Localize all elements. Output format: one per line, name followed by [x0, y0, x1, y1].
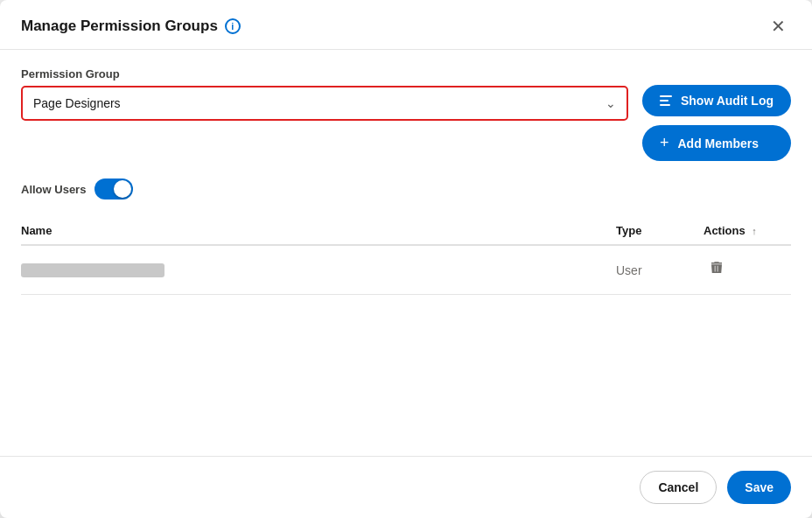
allow-users-row: Allow Users: [21, 178, 791, 200]
plus-icon: +: [660, 134, 669, 152]
table-header: Name Type Actions ↑: [21, 217, 791, 245]
member-name: REDACTED USER NAME: [21, 263, 164, 277]
modal-title: Manage Permission Groups: [21, 18, 218, 35]
allow-users-toggle[interactable]: [94, 178, 133, 200]
permission-group-select-wrapper: Page Designers Administrators Editors Vi…: [21, 86, 628, 121]
delete-member-button[interactable]: [704, 258, 730, 282]
cancel-button[interactable]: Cancel: [640, 471, 717, 504]
form-section: Permission Group Page Designers Administ…: [21, 67, 791, 161]
members-table: Name Type Actions ↑ REDACTED USER NAME: [21, 217, 791, 295]
modal-body: Permission Group Page Designers Administ…: [0, 50, 812, 456]
modal-header: Manage Permission Groups i ✕: [0, 0, 812, 50]
member-name-cell: REDACTED USER NAME: [21, 245, 616, 295]
save-button[interactable]: Save: [727, 471, 791, 504]
member-actions-cell: [704, 245, 791, 295]
info-icon[interactable]: i: [225, 18, 241, 34]
permission-group-select[interactable]: Page Designers Administrators Editors Vi…: [23, 88, 626, 119]
permission-group-label: Permission Group: [21, 67, 628, 80]
permission-group-area: Permission Group Page Designers Administ…: [21, 67, 628, 121]
table-row: REDACTED USER NAME User: [21, 245, 791, 295]
sort-icon: ↑: [752, 226, 757, 236]
audit-log-icon: [660, 95, 672, 106]
trash-icon: [709, 260, 724, 280]
show-audit-log-button[interactable]: Show Audit Log: [642, 85, 791, 116]
modal-footer: Cancel Save: [0, 456, 812, 518]
col-type-header: Type: [616, 217, 704, 245]
col-name-header: Name: [21, 217, 616, 245]
add-members-button[interactable]: + Add Members: [642, 125, 791, 161]
close-button[interactable]: ✕: [766, 16, 791, 37]
manage-permission-groups-modal: Manage Permission Groups i ✕ Permission …: [0, 0, 812, 518]
table-body: REDACTED USER NAME User: [21, 245, 791, 295]
member-type-cell: User: [616, 245, 704, 295]
action-buttons: Show Audit Log + Add Members: [642, 67, 791, 161]
modal-title-row: Manage Permission Groups i: [21, 18, 241, 35]
toggle-knob: [114, 180, 131, 198]
allow-users-label: Allow Users: [21, 183, 86, 196]
col-actions-header: Actions ↑: [704, 217, 791, 245]
